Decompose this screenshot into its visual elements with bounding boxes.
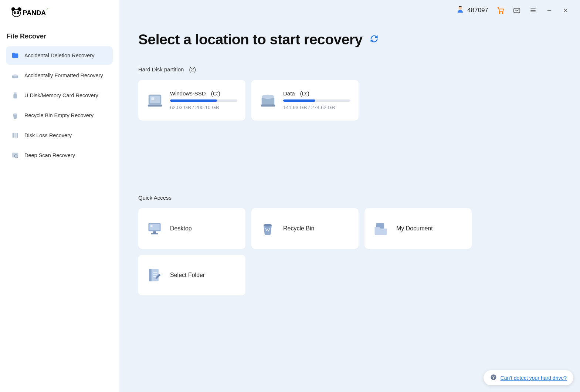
sidebar-item-accidental-deletion[interactable]: Accidental Deletion Recovery <box>6 46 113 65</box>
quick-label: Select Folder <box>170 272 205 278</box>
quick-label: Recycle Bin <box>283 225 314 232</box>
document-folder-icon <box>373 220 389 237</box>
quick-card-my-document[interactable]: My Document <box>364 208 472 249</box>
disk-info: Data (D:) 141.93 GB / 274.62 GB <box>283 90 350 110</box>
svg-rect-11 <box>14 92 16 94</box>
folder-icon <box>11 51 19 60</box>
brand-logo: PANDA <box>0 0 119 30</box>
quick-label: Desktop <box>170 225 192 232</box>
sidebar-item-formatted[interactable]: Accidentally Formatted Recovery <box>6 66 113 85</box>
desktop-icon <box>146 220 163 237</box>
close-icon[interactable] <box>562 6 570 14</box>
avatar-icon <box>456 5 464 15</box>
disk-slices-icon <box>11 131 19 139</box>
disk-card-d[interactable]: Data (D:) 141.93 GB / 274.62 GB <box>251 80 359 121</box>
sidebar-item-label: Recycle Bin Empty Recovery <box>24 112 94 118</box>
svg-point-10 <box>17 77 18 77</box>
svg-point-3 <box>14 11 16 14</box>
quick-cards-row: Desktop Recycle Bin My Document <box>138 208 561 295</box>
svg-rect-45 <box>149 269 151 281</box>
sidebar-item-label: Accidentally Formatted Recovery <box>24 72 103 78</box>
quick-access-section: Quick Access Desktop Recycle Bin <box>138 195 561 295</box>
svg-point-6 <box>17 12 18 13</box>
usb-icon <box>11 91 19 99</box>
ssd-icon <box>146 92 163 109</box>
disk-name: Data (D:) <box>283 90 350 97</box>
sidebar-item-label: Disk Loss Recovery <box>24 132 72 138</box>
usage-bar <box>283 99 350 102</box>
sidebar-nav: Accidental Deletion Recovery Accidentall… <box>0 46 119 165</box>
refresh-icon[interactable] <box>370 35 378 44</box>
svg-rect-41 <box>150 225 153 227</box>
disk-section-label: Hard Disk partition (2) <box>138 66 561 72</box>
svg-point-9 <box>12 74 18 77</box>
svg-rect-39 <box>153 231 156 233</box>
panda-logo-icon: PANDA <box>11 7 55 18</box>
trash-icon <box>260 220 276 237</box>
svg-rect-12 <box>13 94 17 98</box>
svg-text:PANDA: PANDA <box>23 9 46 17</box>
quick-card-select-folder[interactable]: Select Folder <box>138 255 245 295</box>
svg-rect-36 <box>261 105 275 107</box>
usage-fill <box>170 99 217 102</box>
sidebar-item-disk-loss[interactable]: Disk Loss Recovery <box>6 126 113 145</box>
menu-icon[interactable] <box>529 6 537 14</box>
sidebar-item-deep-scan[interactable]: Deep Scan Recovery <box>6 146 113 165</box>
disk-usage-text: 62.03 GB / 200.10 GB <box>170 105 237 110</box>
svg-point-5 <box>15 12 16 13</box>
svg-point-13 <box>13 114 17 115</box>
page-title: Select a location to start recovery <box>138 31 363 48</box>
svg-point-22 <box>502 12 503 13</box>
disk-usage-text: 141.93 GB / 274.62 GB <box>283 105 350 110</box>
hdd-icon <box>260 92 277 109</box>
user-account[interactable]: 487097 <box>456 5 488 15</box>
help-pill[interactable]: ? Can't detect your hard drive? <box>484 370 573 385</box>
content-area: Select a location to start recovery Hard… <box>119 20 580 295</box>
sidebar-item-label: Accidental Deletion Recovery <box>24 53 94 58</box>
svg-rect-40 <box>151 233 158 234</box>
minimize-icon[interactable] <box>545 6 553 14</box>
magnify-disk-icon <box>11 151 19 159</box>
help-link[interactable]: Can't detect your hard drive? <box>501 375 567 381</box>
disk-name: Windows-SSD (C:) <box>170 90 237 97</box>
svg-point-42 <box>264 224 272 226</box>
svg-text:?: ? <box>492 375 494 379</box>
quick-card-desktop[interactable]: Desktop <box>138 208 245 249</box>
svg-point-35 <box>262 95 275 99</box>
page-title-row: Select a location to start recovery <box>138 31 561 48</box>
cart-icon[interactable] <box>496 6 505 14</box>
sidebar-item-recycle-bin[interactable]: Recycle Bin Empty Recovery <box>6 106 113 125</box>
disk-cards-row: Windows-SSD (C:) 62.03 GB / 200.10 GB <box>138 80 561 121</box>
main-panel: 487097 Select a location to start recove… <box>119 0 580 392</box>
svg-point-4 <box>17 11 19 14</box>
hdd-icon <box>11 71 19 80</box>
disk-info: Windows-SSD (C:) 62.03 GB / 200.10 GB <box>170 90 237 110</box>
svg-rect-15 <box>14 133 16 138</box>
mail-icon[interactable] <box>513 6 521 14</box>
sidebar-section-title: File Recover <box>0 30 119 46</box>
sidebar-item-label: Deep Scan Recovery <box>24 152 75 158</box>
usage-fill <box>283 99 315 102</box>
trash-icon <box>11 111 19 119</box>
sidebar-item-label: U Disk/Memory Card Recovery <box>24 92 98 98</box>
svg-rect-14 <box>13 133 14 138</box>
help-icon: ? <box>490 374 497 382</box>
app-root: PANDA File Recover Accidental Deletion R… <box>0 0 580 392</box>
svg-rect-32 <box>151 97 154 100</box>
usage-bar <box>170 99 237 102</box>
header-bar: 487097 <box>119 0 580 20</box>
svg-rect-16 <box>17 133 18 138</box>
user-id: 487097 <box>467 7 488 14</box>
svg-point-21 <box>499 12 500 13</box>
sidebar-item-udisk[interactable]: U Disk/Memory Card Recovery <box>6 86 113 105</box>
note-edit-icon <box>146 267 163 283</box>
svg-rect-23 <box>514 8 520 13</box>
quick-label: My Document <box>396 225 433 232</box>
quick-section-label: Quick Access <box>138 195 561 201</box>
svg-point-2 <box>12 10 21 17</box>
disk-card-c[interactable]: Windows-SSD (C:) 62.03 GB / 200.10 GB <box>138 80 245 121</box>
quick-card-recycle-bin[interactable]: Recycle Bin <box>251 208 359 249</box>
svg-rect-33 <box>148 105 162 107</box>
sidebar: PANDA File Recover Accidental Deletion R… <box>0 0 119 392</box>
